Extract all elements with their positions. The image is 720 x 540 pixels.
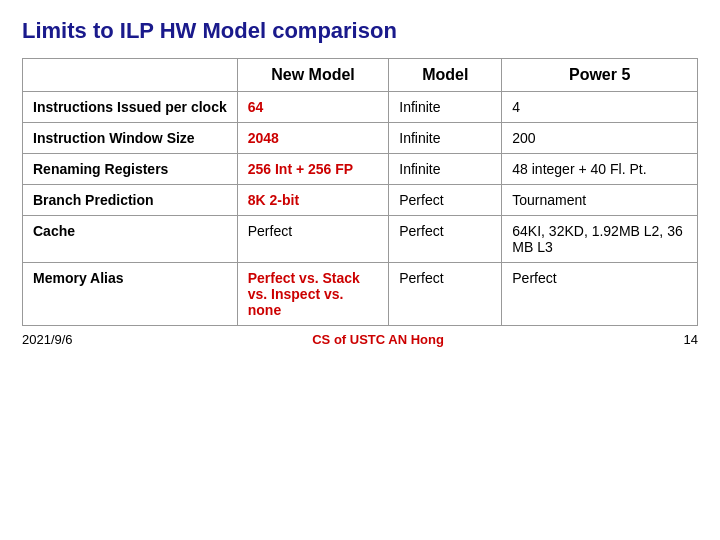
row-model-1: Infinite xyxy=(389,123,502,154)
row-new-model-5: Perfect vs. Stack vs. Inspect vs. none xyxy=(237,263,389,326)
row-power5-3: Tournament xyxy=(502,185,698,216)
row-new-model-1: 2048 xyxy=(237,123,389,154)
row-new-model-3: 8K 2-bit xyxy=(237,185,389,216)
row-power5-4: 64KI, 32KD, 1.92MB L2, 36 MB L3 xyxy=(502,216,698,263)
table-row: Memory AliasPerfect vs. Stack vs. Inspec… xyxy=(23,263,698,326)
table-row: CachePerfectPerfect64KI, 32KD, 1.92MB L2… xyxy=(23,216,698,263)
row-model-5: Perfect xyxy=(389,263,502,326)
table-row: Instruction Window Size2048Infinite200 xyxy=(23,123,698,154)
row-label-2: Renaming Registers xyxy=(23,154,238,185)
row-new-model-0: 64 xyxy=(237,92,389,123)
row-model-3: Perfect xyxy=(389,185,502,216)
row-power5-0: 4 xyxy=(502,92,698,123)
row-power5-1: 200 xyxy=(502,123,698,154)
table-row: Renaming Registers256 Int + 256 FPInfini… xyxy=(23,154,698,185)
row-new-model-4: Perfect xyxy=(237,216,389,263)
row-label-3: Branch Prediction xyxy=(23,185,238,216)
row-label-4: Cache xyxy=(23,216,238,263)
row-new-model-2: 256 Int + 256 FP xyxy=(237,154,389,185)
row-model-4: Perfect xyxy=(389,216,502,263)
header-col-model: Model xyxy=(389,59,502,92)
row-label-0: Instructions Issued per clock xyxy=(23,92,238,123)
footer-page: 14 xyxy=(684,332,698,347)
header-col-label xyxy=(23,59,238,92)
row-label-1: Instruction Window Size xyxy=(23,123,238,154)
row-power5-2: 48 integer + 40 Fl. Pt. xyxy=(502,154,698,185)
table-row: Instructions Issued per clock64Infinite4 xyxy=(23,92,698,123)
table-row: Branch Prediction8K 2-bitPerfectTourname… xyxy=(23,185,698,216)
header-col-power5: Power 5 xyxy=(502,59,698,92)
row-model-2: Infinite xyxy=(389,154,502,185)
page-title: Limits to ILP HW Model comparison xyxy=(22,18,698,44)
footer-center: CS of USTC AN Hong xyxy=(312,332,444,347)
row-model-0: Infinite xyxy=(389,92,502,123)
header-col-new-model: New Model xyxy=(237,59,389,92)
comparison-table: New Model Model Power 5 Instructions Iss… xyxy=(22,58,698,326)
footer-date: 2021/9/6 xyxy=(22,332,73,347)
row-label-5: Memory Alias xyxy=(23,263,238,326)
row-power5-5: Perfect xyxy=(502,263,698,326)
